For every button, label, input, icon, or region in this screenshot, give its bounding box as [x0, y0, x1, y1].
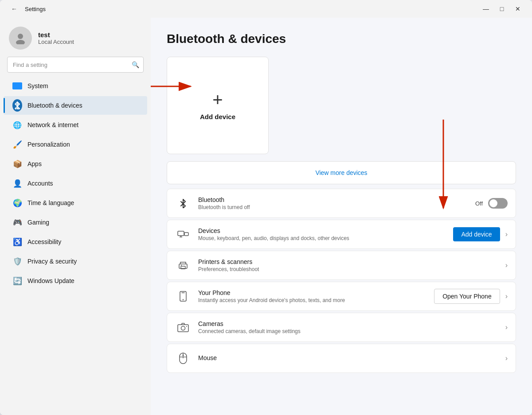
phone-row-text: Your Phone Instantly access your Android…	[198, 289, 427, 303]
devices-chevron: ›	[505, 230, 508, 238]
devices-row-right: Add device ›	[453, 227, 508, 241]
sidebar-item-label: Network & internet	[27, 121, 78, 128]
sidebar-item-system[interactable]: System	[4, 77, 147, 95]
mouse-title: Mouse	[198, 354, 498, 361]
sidebar-item-time[interactable]: 🌍 Time & language	[4, 194, 147, 212]
devices-row-text: Devices Mouse, keyboard, pen, audio, dis…	[198, 227, 446, 241]
sidebar-item-label: System	[27, 82, 48, 89]
phone-title: Your Phone	[198, 289, 427, 296]
apps-icon: 📦	[12, 159, 22, 169]
user-name: test	[38, 31, 74, 39]
mouse-row-right: ›	[505, 354, 508, 362]
settings-window: ← Settings — □ ✕ test Local Account	[0, 0, 532, 415]
sidebar-item-label: Windows Update	[27, 277, 74, 284]
add-device-card[interactable]: + Add device	[167, 57, 269, 154]
gaming-icon: 🎮	[12, 217, 22, 227]
content-area: test Local Account 🔍 System	[0, 18, 532, 415]
personalization-icon: 🖌️	[12, 140, 22, 149]
svg-rect-5	[178, 231, 184, 236]
svg-point-17	[186, 326, 187, 327]
phone-row-right: Open Your Phone ›	[434, 289, 508, 304]
open-your-phone-button[interactable]: Open Your Phone	[434, 289, 500, 304]
mouse-row[interactable]: Mouse ›	[167, 344, 516, 373]
devices-row-icon	[175, 226, 191, 242]
window-controls: — □ ✕	[479, 4, 525, 14]
main-content: Bluetooth & devices + Add device View mo…	[151, 18, 532, 415]
cameras-chevron: ›	[505, 323, 508, 331]
update-icon: 🔄	[12, 276, 22, 286]
sidebar-item-update[interactable]: 🔄 Windows Update	[4, 271, 147, 290]
bluetooth-title: Bluetooth	[198, 196, 468, 203]
add-icon: +	[212, 91, 223, 109]
sidebar-item-personalization[interactable]: 🖌️ Personalization	[4, 135, 147, 154]
printers-subtitle: Preferences, troubleshoot	[198, 266, 498, 272]
system-icon	[12, 81, 22, 91]
sidebar-item-label: Time & language	[27, 199, 74, 206]
devices-add-button[interactable]: Add device	[453, 227, 500, 241]
bluetooth-toggle[interactable]	[488, 198, 508, 209]
sidebar-item-apps[interactable]: 📦 Apps	[4, 155, 147, 173]
phone-row[interactable]: Your Phone Instantly access your Android…	[167, 282, 516, 311]
sidebar: test Local Account 🔍 System	[0, 18, 151, 415]
toggle-label: Off	[475, 200, 483, 207]
camera-icon	[175, 319, 191, 335]
view-more-bar[interactable]: View more devices	[167, 161, 516, 184]
search-box: 🔍	[7, 57, 144, 73]
svg-point-1	[16, 40, 25, 44]
close-button[interactable]: ✕	[511, 4, 525, 14]
user-info: test Local Account	[38, 31, 74, 45]
cameras-row-right: ›	[505, 323, 508, 331]
sidebar-item-network[interactable]: 🌐 Network & internet	[4, 116, 147, 134]
maximize-button[interactable]: □	[495, 4, 509, 14]
svg-rect-6	[184, 233, 188, 236]
cameras-row-text: Cameras Connected cameras, default image…	[198, 320, 498, 334]
minimize-button[interactable]: —	[479, 4, 493, 14]
sidebar-item-accessibility[interactable]: ♿ Accessibility	[4, 233, 147, 251]
search-input[interactable]	[7, 57, 144, 73]
mouse-icon	[175, 350, 191, 366]
sidebar-item-bluetooth[interactable]: Bluetooth & devices	[4, 96, 147, 115]
cameras-row[interactable]: Cameras Connected cameras, default image…	[167, 313, 516, 342]
sidebar-item-label: Accessibility	[27, 238, 61, 245]
devices-row[interactable]: Devices Mouse, keyboard, pen, audio, dis…	[167, 220, 516, 249]
privacy-icon: 🛡️	[12, 256, 22, 266]
add-device-label: Add device	[200, 113, 235, 120]
bluetooth-row-text: Bluetooth Bluetooth is turned off	[198, 196, 468, 210]
sidebar-item-label: Accounts	[27, 180, 53, 187]
toggle-knob	[489, 199, 497, 207]
sidebar-item-label: Apps	[27, 160, 42, 167]
cameras-title: Cameras	[198, 320, 498, 327]
sidebar-item-label: Bluetooth & devices	[27, 102, 82, 109]
network-icon: 🌐	[12, 120, 22, 130]
phone-icon	[175, 288, 191, 304]
cameras-subtitle: Connected cameras, default image setting…	[198, 328, 498, 334]
title-bar-left: ← Settings	[7, 4, 46, 14]
bluetooth-row-icon	[175, 195, 191, 211]
printers-row[interactable]: Printers & scanners Preferences, trouble…	[167, 251, 516, 280]
bluetooth-row-right: Off	[475, 198, 508, 209]
bluetooth-subtitle: Bluetooth is turned off	[198, 204, 468, 210]
back-button[interactable]: ←	[7, 4, 21, 14]
printers-title: Printers & scanners	[198, 258, 498, 265]
sidebar-item-label: Privacy & security	[27, 258, 77, 265]
sidebar-item-privacy[interactable]: 🛡️ Privacy & security	[4, 252, 147, 271]
title-bar: ← Settings — □ ✕	[0, 0, 532, 18]
bluetooth-row[interactable]: Bluetooth Bluetooth is turned off Off	[167, 189, 516, 218]
sidebar-item-gaming[interactable]: 🎮 Gaming	[4, 213, 147, 232]
svg-point-0	[18, 34, 23, 39]
svg-rect-15	[178, 325, 188, 332]
phone-chevron: ›	[505, 292, 508, 300]
search-icon: 🔍	[132, 61, 139, 68]
printers-chevron: ›	[505, 261, 508, 269]
sidebar-item-label: Gaming	[27, 219, 49, 226]
printers-row-right: ›	[505, 261, 508, 269]
view-more-text: View more devices	[315, 169, 367, 176]
sidebar-item-accounts[interactable]: 👤 Accounts	[4, 174, 147, 193]
printer-icon	[175, 257, 191, 273]
user-section[interactable]: test Local Account	[0, 18, 151, 57]
time-icon: 🌍	[12, 198, 22, 208]
svg-point-13	[183, 299, 184, 300]
sidebar-item-label: Personalization	[27, 141, 70, 148]
devices-subtitle: Mouse, keyboard, pen, audio, displays an…	[198, 235, 446, 241]
app-title: Settings	[25, 6, 46, 12]
